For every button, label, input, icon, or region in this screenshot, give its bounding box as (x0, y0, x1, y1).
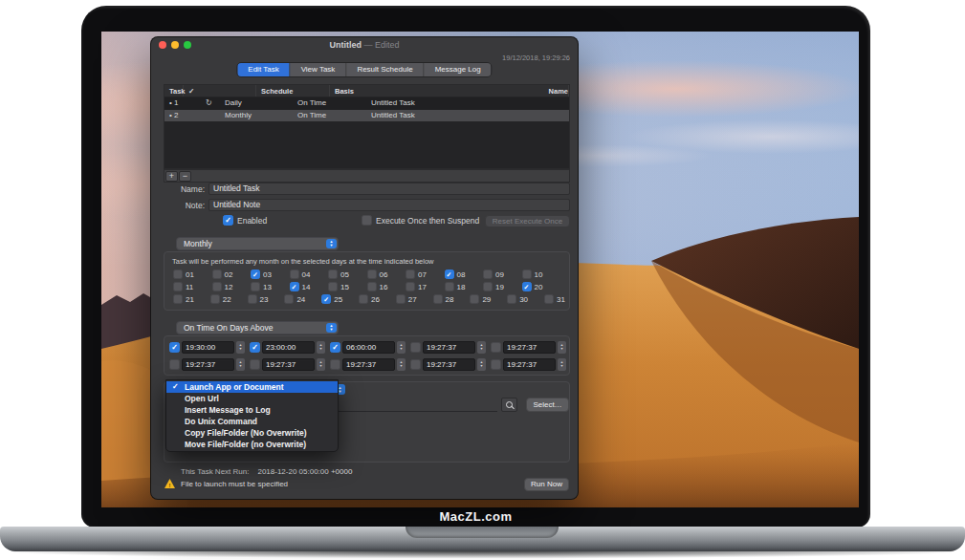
enabled-checkbox[interactable] (223, 215, 233, 226)
day-checkbox[interactable] (483, 282, 493, 291)
day-checkbox[interactable] (544, 294, 554, 304)
enabled-checkbox-group[interactable]: Enabled (223, 215, 267, 226)
day-checkbox[interactable] (406, 269, 415, 279)
note-field[interactable]: Untitled Note (208, 199, 570, 211)
time-checkbox[interactable] (491, 342, 501, 353)
day-checkbox-group[interactable]: 17 (406, 282, 445, 291)
time-stepper[interactable]: ▲▼ (317, 341, 325, 354)
day-checkbox-group[interactable]: 26 (359, 294, 396, 304)
day-checkbox[interactable] (396, 294, 406, 304)
time-field[interactable]: 19:27:37 (182, 358, 234, 371)
menu-item[interactable]: ✓ Move File/Folder (no Overwrite) (166, 439, 338, 450)
time-field[interactable]: 23:00:00 (262, 341, 315, 354)
day-checkbox[interactable] (406, 282, 415, 291)
day-checkbox-group[interactable]: 25 (321, 294, 359, 304)
run-now-button[interactable]: Run Now (524, 478, 569, 491)
time-stepper[interactable]: ▲▼ (236, 358, 245, 371)
time-field[interactable]: 19:30:00 (182, 341, 234, 354)
day-checkbox-group[interactable]: 27 (396, 294, 433, 304)
time-checkbox[interactable] (169, 342, 180, 353)
day-checkbox[interactable] (328, 269, 338, 279)
time-control[interactable]: 19:27:37 ▲▼ (491, 358, 571, 371)
frequency-dropdown[interactable]: Monthly ▲▼ (176, 237, 339, 250)
time-stepper[interactable]: ▲▼ (397, 341, 406, 354)
select-file-button[interactable]: Select… (526, 398, 569, 412)
title-bar[interactable]: Untitled — Edited (151, 37, 578, 53)
column-header[interactable]: Name (544, 85, 569, 97)
column-header[interactable]: Schedule (256, 85, 330, 97)
day-checkbox[interactable] (367, 282, 377, 291)
day-checkbox[interactable] (173, 294, 183, 304)
task-table[interactable]: Task✓ScheduleBasisName • 1 ↻ Daily On Ti… (164, 84, 570, 169)
add-task-button[interactable]: + (165, 171, 178, 182)
execute-once-checkbox[interactable] (362, 215, 372, 226)
tab[interactable]: Result Schedule (346, 63, 424, 76)
tab[interactable]: Message Log (425, 63, 492, 76)
remove-task-button[interactable]: − (179, 171, 191, 182)
time-checkbox[interactable] (330, 342, 340, 353)
day-checkbox[interactable] (210, 294, 220, 304)
day-checkbox[interactable] (359, 294, 368, 304)
tab[interactable]: View Task (291, 63, 347, 76)
execute-once-checkbox-group[interactable]: Execute Once then Suspend (362, 215, 479, 226)
time-stepper[interactable]: ▲▼ (477, 358, 486, 371)
time-field[interactable]: 19:27:37 (503, 341, 556, 354)
time-checkbox[interactable] (169, 359, 180, 370)
day-checkbox-group[interactable]: 20 (522, 282, 561, 291)
day-checkbox-group[interactable]: 07 (406, 269, 445, 279)
table-row[interactable]: • 1 ↻ Daily On Time Untitled Task (164, 97, 569, 110)
time-control[interactable]: 06:00:00 ▲▼ (330, 341, 410, 354)
column-header[interactable]: ✓ (184, 85, 256, 97)
day-checkbox-group[interactable]: 06 (367, 269, 406, 279)
day-checkbox[interactable] (445, 282, 454, 291)
day-checkbox[interactable] (290, 269, 299, 279)
time-checkbox[interactable] (250, 359, 260, 370)
menu-item[interactable]: ✓ Insert Message to Log (166, 404, 338, 416)
day-checkbox[interactable] (433, 294, 443, 304)
day-checkbox-group[interactable]: 14 (290, 282, 329, 291)
day-checkbox-group[interactable]: 13 (251, 282, 290, 291)
day-checkbox-group[interactable]: 03 (251, 269, 290, 279)
time-control[interactable]: 19:27:37 ▲▼ (410, 341, 491, 354)
time-stepper[interactable]: ▲▼ (477, 341, 486, 354)
time-stepper[interactable]: ▲▼ (236, 341, 245, 354)
day-checkbox[interactable] (321, 294, 331, 304)
name-field[interactable]: Untitled Task (208, 183, 570, 195)
basis-dropdown[interactable]: On Time On Days Above ▲▼ (176, 321, 339, 334)
day-checkbox-group[interactable]: 10 (522, 269, 561, 279)
day-checkbox[interactable] (248, 294, 257, 304)
day-checkbox[interactable] (445, 269, 454, 279)
day-checkbox-group[interactable]: 18 (445, 282, 484, 291)
day-checkbox-group[interactable]: 04 (290, 269, 329, 279)
day-checkbox[interactable] (522, 282, 532, 291)
menu-item[interactable]: ✓ Do Unix Command (166, 416, 338, 427)
time-control[interactable]: 19:27:37 ▲▼ (169, 358, 250, 371)
day-checkbox[interactable] (367, 269, 377, 279)
day-checkbox[interactable] (290, 282, 299, 291)
day-checkbox-group[interactable]: 01 (173, 269, 212, 279)
day-checkbox-group[interactable]: 31 (544, 294, 581, 304)
time-control[interactable]: 19:27:37 ▲▼ (491, 341, 571, 354)
time-field[interactable]: 19:27:37 (262, 358, 315, 371)
time-stepper[interactable]: ▲▼ (317, 358, 325, 371)
day-checkbox[interactable] (173, 269, 183, 279)
day-checkbox-group[interactable]: 30 (507, 294, 544, 304)
day-checkbox-group[interactable]: 24 (284, 294, 321, 304)
day-checkbox-group[interactable]: 21 (173, 294, 210, 304)
day-checkbox-group[interactable]: 29 (470, 294, 507, 304)
search-button[interactable] (501, 398, 517, 412)
time-control[interactable]: 19:30:00 ▲▼ (169, 341, 250, 354)
time-checkbox[interactable] (250, 342, 260, 353)
tab[interactable]: Edit Task (237, 63, 290, 76)
time-checkbox[interactable] (410, 342, 421, 353)
day-checkbox-group[interactable]: 11 (173, 282, 212, 291)
reset-execute-once-button[interactable]: Reset Execute Once (485, 215, 570, 227)
time-stepper[interactable]: ▲▼ (397, 358, 406, 371)
time-field[interactable]: 06:00:00 (342, 341, 395, 354)
day-checkbox-group[interactable]: 28 (433, 294, 471, 304)
day-checkbox[interactable] (212, 282, 222, 291)
day-checkbox-group[interactable]: 23 (248, 294, 285, 304)
day-checkbox[interactable] (212, 269, 222, 279)
day-checkbox-group[interactable]: 19 (483, 282, 522, 291)
time-field[interactable]: 19:27:37 (423, 341, 475, 354)
